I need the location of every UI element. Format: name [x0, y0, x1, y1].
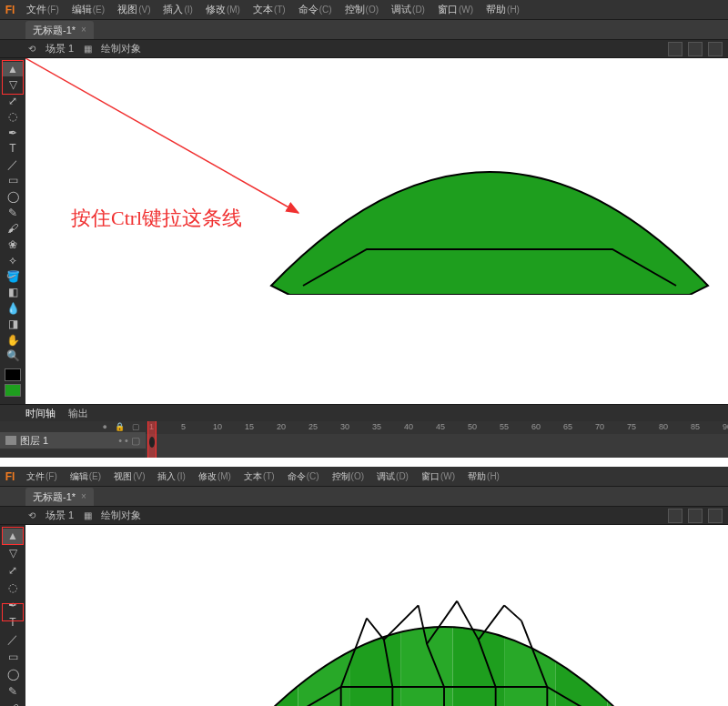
menu-edit[interactable]: 编辑(E)	[64, 467, 107, 487]
zoom-icon: 🔍	[6, 350, 20, 361]
turtle-shell-segmented[interactable]	[235, 580, 653, 706]
zoom-level-icon[interactable]	[708, 42, 723, 56]
stage-canvas[interactable]	[25, 525, 728, 706]
pen-tool[interactable]: ✒	[3, 126, 23, 140]
menu-command[interactable]: 命令(C)	[281, 467, 326, 487]
menu-text[interactable]: 文本(T)	[247, 0, 292, 20]
lock-header-icon[interactable]: 🔒	[115, 423, 125, 431]
menu-view[interactable]: 视图(V)	[111, 0, 157, 20]
subselection-tool[interactable]: ▽	[3, 546, 23, 561]
selection-tool[interactable]: ▲	[3, 62, 23, 76]
free-transform-tool[interactable]: ⤢	[3, 94, 23, 108]
eraser-icon: ◨	[8, 318, 18, 329]
paint-bucket-icon: 🪣	[6, 271, 20, 282]
brush-tool[interactable]: 🖌	[3, 221, 23, 236]
frame-tick: 30	[340, 423, 349, 431]
frame-tick: 45	[436, 423, 445, 431]
menu-modify[interactable]: 修改(M)	[199, 0, 247, 20]
menu-text[interactable]: 文本(T)	[238, 467, 281, 487]
timeline-ruler[interactable]: 151015202530354045505560657075808590	[146, 421, 728, 434]
menu-debug[interactable]: 调试(D)	[385, 0, 431, 20]
document-tab-close-icon[interactable]: ×	[81, 492, 86, 501]
rectangle-tool[interactable]: ▭	[3, 174, 23, 188]
line-tool[interactable]: ／	[3, 631, 23, 647]
stroke-color-swatch[interactable]	[5, 368, 21, 381]
subselection-tool[interactable]: ▽	[3, 78, 23, 93]
fill-color-swatch[interactable]	[5, 384, 21, 397]
pencil-tool[interactable]: ✎	[3, 683, 23, 699]
text-tool[interactable]: T	[3, 615, 23, 630]
scene-label[interactable]: 场景 1	[46, 510, 74, 520]
menu-help[interactable]: 帮助(H)	[461, 467, 506, 487]
hand-tool[interactable]: ✋	[3, 333, 23, 348]
menu-control[interactable]: 控制(O)	[339, 0, 385, 20]
menu-help[interactable]: 帮助(H)	[480, 0, 526, 20]
keyframe[interactable]	[149, 437, 155, 448]
zoom-level-icon[interactable]	[708, 509, 723, 523]
menu-view[interactable]: 视图(V)	[107, 467, 151, 487]
menu-control[interactable]: 控制(O)	[326, 467, 370, 487]
stage-canvas[interactable]: 按住Ctrl键拉这条线	[25, 58, 728, 404]
menu-command[interactable]: 命令(C)	[292, 0, 339, 20]
output-tab[interactable]: 输出	[68, 408, 88, 419]
edit-object-label: 绘制对象	[101, 44, 141, 54]
scene-label[interactable]: 场景 1	[46, 44, 74, 54]
document-tab-bar: 无标题-1* ×	[0, 20, 728, 40]
selection-tool[interactable]: ▲	[3, 529, 23, 544]
document-tab[interactable]: 无标题-1* ×	[25, 21, 94, 39]
eraser-tool[interactable]: ◨	[3, 318, 23, 332]
menu-modify[interactable]: 修改(M)	[192, 467, 238, 487]
menu-insert[interactable]: 插入(I)	[157, 0, 198, 20]
edit-object-icon: ▦	[81, 509, 94, 522]
document-tab-title: 无标题-1*	[33, 25, 76, 35]
eyedropper-tool[interactable]: 💧	[3, 301, 23, 316]
deco-tool[interactable]: ❀	[3, 237, 23, 252]
menu-window[interactable]: 窗口(W)	[431, 0, 480, 20]
menu-insert[interactable]: 插入(I)	[151, 467, 191, 487]
oval-icon: ◯	[7, 669, 19, 680]
timeline-layer-row[interactable]: 图层 1 • • ▢	[0, 432, 146, 449]
timeline-frames[interactable]: 151015202530354045505560657075808590	[146, 421, 728, 458]
menu-debug[interactable]: 调试(D)	[370, 467, 415, 487]
lasso-tool[interactable]: ◌	[3, 110, 23, 125]
oval-tool[interactable]: ◯	[3, 666, 23, 681]
menu-file[interactable]: 文件(F)	[20, 0, 66, 20]
edit-scene-icon[interactable]	[668, 509, 682, 523]
frame-tick: 25	[308, 423, 318, 431]
visibility-header-icon[interactable]: ●	[103, 423, 107, 431]
symbol-edit-icon[interactable]	[688, 42, 703, 56]
document-tab[interactable]: 无标题-1* ×	[25, 488, 94, 506]
frame-tick: 85	[691, 423, 700, 431]
zoom-tool[interactable]: 🔍	[3, 349, 23, 364]
outline-header-icon[interactable]: ▢	[132, 423, 140, 431]
oval-tool[interactable]: ◯	[3, 189, 23, 204]
free-transform-tool[interactable]: ⤢	[3, 563, 23, 579]
menu-window[interactable]: 窗口(W)	[415, 467, 461, 487]
ink-bottle-tool[interactable]: ◧	[3, 285, 23, 299]
subselection-icon: ▽	[9, 79, 17, 90]
pencil-tool[interactable]: ✎	[3, 206, 23, 220]
menu-edit[interactable]: 编辑(E)	[66, 0, 111, 20]
edit-scene-icon[interactable]	[668, 42, 682, 56]
annotation-text: 按住Ctrl键拉这条线	[71, 208, 242, 228]
lasso-tool[interactable]: ◌	[3, 580, 23, 596]
scene-back-icon[interactable]: ⟲	[25, 43, 38, 55]
menu-file[interactable]: 文件(F)	[20, 467, 64, 487]
timeline-tab[interactable]: 时间轴	[25, 408, 56, 419]
subselection-icon: ▽	[9, 548, 17, 559]
frame-tick: 60	[531, 423, 541, 431]
bone-tool[interactable]: ⟡	[3, 253, 23, 267]
brush-tool[interactable]: 🖌	[3, 701, 23, 706]
rectangle-tool[interactable]: ▭	[3, 649, 23, 664]
flash-app-lower: Fl 文件(F) 编辑(E) 视图(V) 插入(I) 修改(M) 文本(T) 命…	[0, 467, 728, 706]
line-tool[interactable]: ／	[3, 157, 23, 172]
text-icon: T	[9, 617, 15, 628]
pen-tool[interactable]: ✒	[3, 598, 23, 613]
symbol-edit-icon[interactable]	[688, 509, 703, 523]
text-tool[interactable]: T	[3, 142, 23, 156]
text-icon: T	[9, 143, 15, 154]
scene-back-icon[interactable]: ⟲	[25, 509, 38, 522]
document-tab-close-icon[interactable]: ×	[81, 25, 86, 35]
paint-bucket-tool[interactable]: 🪣	[3, 269, 23, 284]
turtle-shell-shape[interactable]	[253, 113, 726, 295]
